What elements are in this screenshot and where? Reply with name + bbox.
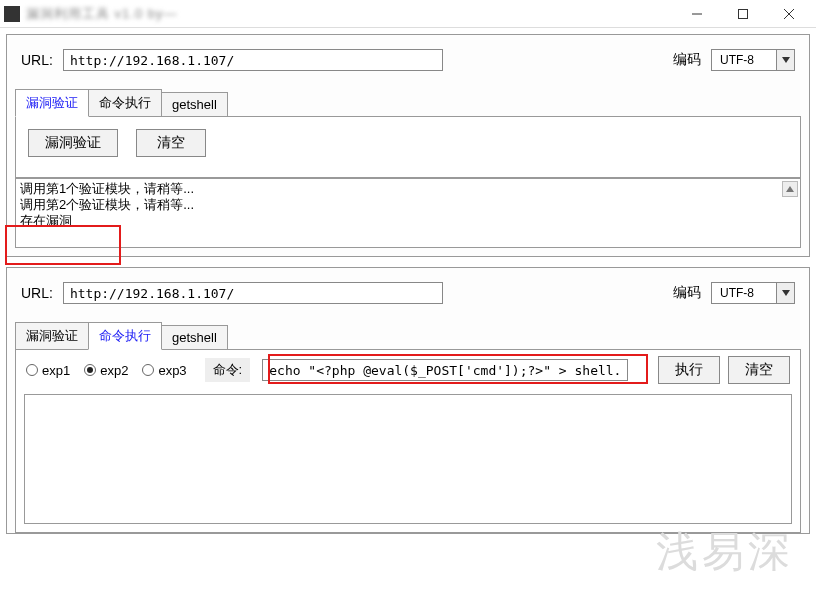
tab-verify[interactable]: 漏洞验证 <box>15 89 89 117</box>
encoding-select[interactable]: UTF-8 <box>711 49 795 71</box>
command-input[interactable] <box>262 359 628 381</box>
button-bar: 漏洞验证 清空 <box>24 125 792 169</box>
radio-exp3[interactable]: exp3 <box>142 363 186 378</box>
tab-row: 漏洞验证 命令执行 getshell <box>7 89 809 117</box>
url-input[interactable] <box>63 282 443 304</box>
tab-getshell[interactable]: getshell <box>161 92 228 117</box>
radio-exp2[interactable]: exp2 <box>84 363 128 378</box>
command-label: 命令: <box>205 358 251 382</box>
tab-cmdexec[interactable]: 命令执行 <box>88 89 162 117</box>
encoding-label: 编码 <box>673 284 701 302</box>
url-row: URL: 编码 UTF-8 <box>7 268 809 322</box>
execute-button[interactable]: 执行 <box>658 356 720 384</box>
maximize-button[interactable] <box>720 0 766 28</box>
command-row: exp1 exp2 exp3 命令: 执行 清空 <box>24 350 792 390</box>
output-box[interactable]: 调用第1个验证模块，请稍等... 调用第2个验证模块，请稍等... 存在漏洞 <box>15 178 801 248</box>
radio-label: exp3 <box>158 363 186 378</box>
output-box[interactable] <box>24 394 792 524</box>
radio-icon <box>84 364 96 376</box>
radio-label: exp1 <box>42 363 70 378</box>
encoding-label: 编码 <box>673 51 701 69</box>
tab-row: 漏洞验证 命令执行 getshell <box>7 322 809 350</box>
close-button[interactable] <box>766 0 812 28</box>
chevron-down-icon <box>776 50 794 70</box>
svg-marker-5 <box>786 186 794 192</box>
encoding-select[interactable]: UTF-8 <box>711 282 795 304</box>
radio-icon <box>142 364 154 376</box>
radio-label: exp2 <box>100 363 128 378</box>
panel-verify: URL: 编码 UTF-8 漏洞验证 命令执行 getshell 漏洞验证 清空… <box>6 34 810 257</box>
url-input[interactable] <box>63 49 443 71</box>
url-label: URL: <box>21 52 53 68</box>
clear-button[interactable]: 清空 <box>136 129 206 157</box>
url-label: URL: <box>21 285 53 301</box>
tab-cmdexec[interactable]: 命令执行 <box>88 322 162 350</box>
output-line: 调用第1个验证模块，请稍等... <box>20 181 796 197</box>
radio-icon <box>26 364 38 376</box>
window-controls <box>674 0 812 28</box>
svg-marker-6 <box>782 290 790 296</box>
verify-button[interactable]: 漏洞验证 <box>28 129 118 157</box>
url-row: URL: 编码 UTF-8 <box>7 35 809 89</box>
scroll-up-icon[interactable] <box>782 181 798 197</box>
svg-rect-1 <box>739 9 748 18</box>
output-line: 存在漏洞 <box>20 213 796 229</box>
tab-content: exp1 exp2 exp3 命令: 执行 清空 <box>15 349 801 533</box>
svg-marker-4 <box>782 57 790 63</box>
encoding-value: UTF-8 <box>712 283 776 303</box>
tab-verify[interactable]: 漏洞验证 <box>15 322 89 350</box>
titlebar: 漏洞利用工具 v1.0 by— <box>0 0 816 28</box>
output-line: 调用第2个验证模块，请稍等... <box>20 197 796 213</box>
panel-cmdexec: URL: 编码 UTF-8 漏洞验证 命令执行 getshell exp1 ex… <box>6 267 810 534</box>
encoding-value: UTF-8 <box>712 50 776 70</box>
radio-exp1[interactable]: exp1 <box>26 363 70 378</box>
chevron-down-icon <box>776 283 794 303</box>
app-icon <box>4 6 20 22</box>
tab-getshell[interactable]: getshell <box>161 325 228 350</box>
tab-content: 漏洞验证 清空 <box>15 116 801 178</box>
clear-button[interactable]: 清空 <box>728 356 790 384</box>
minimize-button[interactable] <box>674 0 720 28</box>
window-title: 漏洞利用工具 v1.0 by— <box>26 5 674 23</box>
